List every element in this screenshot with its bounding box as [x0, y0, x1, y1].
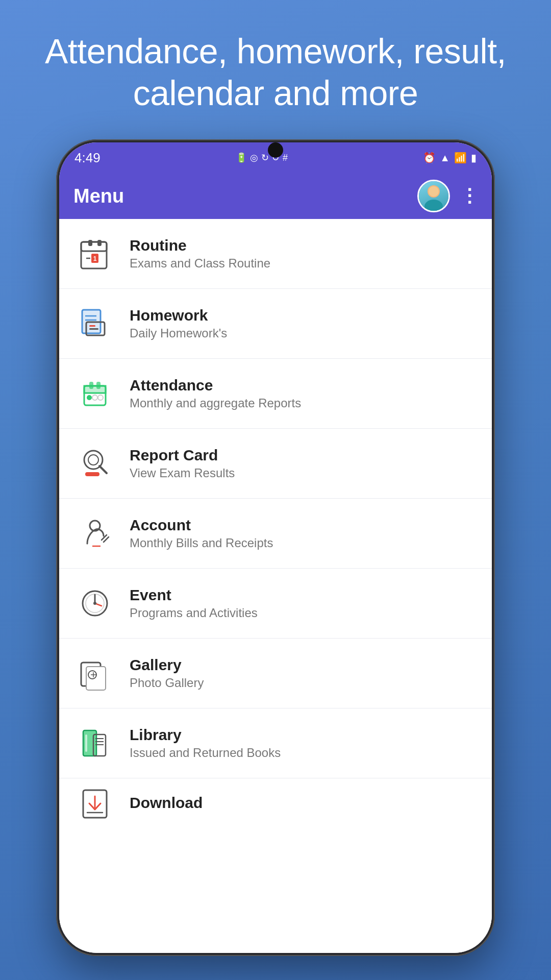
phone-screen: 4:49 🔋 ◎ ↻ ↺ # ⏰ ▲ 📶 ▮ Menu	[59, 142, 492, 953]
homework-text: Homework Daily Homework's	[130, 307, 227, 340]
svg-rect-16	[89, 328, 98, 330]
battery-icon: 🔋	[236, 152, 247, 163]
event-text: Event Programs and Activities	[130, 586, 258, 620]
menu-item-event[interactable]: Event Programs and Activities	[59, 569, 492, 639]
report-card-text: Report Card View Exam Results	[130, 447, 235, 480]
avatar[interactable]	[417, 180, 450, 212]
svg-rect-43	[85, 734, 87, 752]
attendance-title: Attendance	[130, 377, 301, 394]
gallery-subtitle: Photo Gallery	[130, 676, 204, 690]
camera-notch	[268, 142, 283, 158]
report-card-icon	[74, 443, 115, 484]
battery-status-icon: ▮	[471, 152, 477, 164]
svg-rect-21	[96, 382, 101, 389]
menu-item-report-card[interactable]: Report Card View Exam Results	[59, 429, 492, 499]
svg-point-23	[92, 395, 97, 400]
svg-point-35	[93, 602, 96, 605]
wifi-icon: ▲	[440, 152, 450, 164]
more-options-button[interactable]: ⋮	[460, 185, 478, 207]
download-icon	[74, 783, 115, 824]
svg-point-22	[87, 395, 92, 400]
gallery-icon	[74, 653, 115, 694]
account-subtitle: Monthly Bills and Receipts	[130, 536, 273, 550]
account-text: Account Monthly Bills and Receipts	[130, 517, 273, 550]
svg-rect-28	[85, 472, 99, 476]
svg-point-26	[88, 455, 98, 465]
svg-rect-20	[89, 382, 93, 389]
status-time: 4:49	[74, 150, 101, 166]
homework-title: Homework	[130, 307, 227, 324]
account-icon	[74, 513, 115, 554]
svg-rect-15	[89, 325, 95, 327]
menu-item-account[interactable]: Account Monthly Bills and Receipts	[59, 499, 492, 569]
phone-frame: 4:49 🔋 ◎ ↻ ↺ # ⏰ ▲ 📶 ▮ Menu	[56, 139, 495, 956]
menu-item-homework[interactable]: Homework Daily Homework's	[59, 289, 492, 359]
menu-item-library[interactable]: Library Issued and Returned Books	[59, 708, 492, 778]
library-text: Library Issued and Returned Books	[130, 726, 281, 760]
menu-item-download[interactable]: Download	[59, 778, 492, 829]
svg-line-27	[99, 466, 107, 473]
gallery-text: Gallery Photo Gallery	[130, 656, 204, 690]
gallery-title: Gallery	[130, 656, 204, 674]
menu-list: 1 Routine Exams and Class Routine	[59, 219, 492, 953]
event-subtitle: Programs and Activities	[130, 606, 258, 620]
slack-icon: #	[283, 153, 288, 163]
attendance-text: Attendance Monthly and aggregate Reports	[130, 377, 301, 410]
svg-rect-6	[97, 240, 102, 246]
svg-rect-5	[88, 240, 92, 246]
report-card-title: Report Card	[130, 447, 235, 464]
routine-icon: 1	[74, 233, 115, 274]
event-title: Event	[130, 586, 258, 604]
svg-text:1: 1	[93, 255, 97, 262]
library-icon	[74, 723, 115, 764]
alarm-icon: ⏰	[423, 152, 436, 164]
routine-text: Routine Exams and Class Routine	[130, 237, 270, 271]
library-title: Library	[130, 726, 281, 744]
svg-point-24	[98, 395, 103, 400]
routine-subtitle: Exams and Class Routine	[130, 256, 270, 271]
homework-subtitle: Daily Homework's	[130, 326, 227, 340]
app-header: Menu ⋮	[59, 173, 492, 219]
account-title: Account	[130, 517, 273, 534]
app-title: Menu	[73, 185, 124, 207]
attendance-icon	[74, 373, 115, 414]
library-subtitle: Issued and Returned Books	[130, 746, 281, 760]
svg-point-1	[424, 200, 443, 211]
notification-icon: ◎	[250, 152, 258, 163]
svg-point-2	[429, 186, 439, 197]
svg-rect-37	[86, 667, 106, 690]
menu-item-attendance[interactable]: Attendance Monthly and aggregate Reports	[59, 359, 492, 429]
report-card-subtitle: View Exam Results	[130, 466, 235, 480]
download-title: Download	[130, 794, 203, 812]
sync-icon: ↻	[261, 152, 269, 163]
signal-icon: 📶	[454, 152, 467, 164]
svg-rect-4	[81, 242, 107, 251]
download-text: Download	[130, 794, 203, 814]
status-right-icons: ⏰ ▲ 📶 ▮	[423, 152, 477, 164]
event-icon	[74, 583, 115, 624]
headline: Attendance, homework, result, calendar a…	[0, 0, 551, 139]
svg-rect-18	[84, 386, 106, 393]
routine-title: Routine	[130, 237, 270, 254]
attendance-subtitle: Monthly and aggregate Reports	[130, 396, 301, 410]
menu-item-gallery[interactable]: Gallery Photo Gallery	[59, 639, 492, 708]
header-right: ⋮	[417, 180, 478, 212]
homework-icon	[74, 303, 115, 344]
menu-item-routine[interactable]: 1 Routine Exams and Class Routine	[59, 219, 492, 289]
